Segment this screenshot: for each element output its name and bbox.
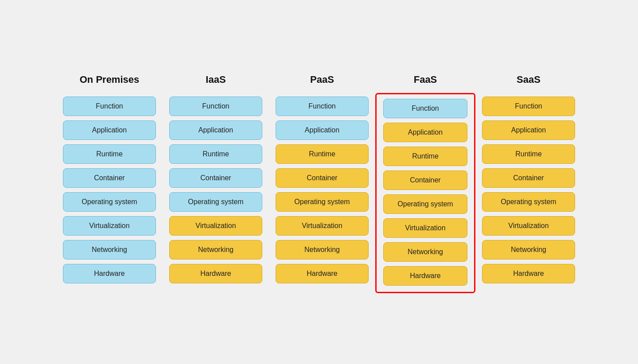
column-saas: SaaSFunctionApplicationRuntimeContainerO… bbox=[475, 71, 582, 293]
cell-function: Function bbox=[482, 97, 575, 116]
cell-container: Container bbox=[383, 170, 467, 190]
column-cells-paas: FunctionApplicationRuntimeContainerOpera… bbox=[269, 97, 375, 283]
cell-operating-system: Operating system bbox=[169, 192, 262, 212]
column-faas: FaaSFunctionApplicationRuntimeContainerO… bbox=[375, 71, 475, 293]
cell-virtualization: Virtualization bbox=[482, 216, 575, 236]
diagram-container: On PremisesFunctionApplicationRuntimeCon… bbox=[43, 53, 595, 311]
cell-virtualization: Virtualization bbox=[383, 218, 467, 238]
cell-container: Container bbox=[276, 168, 369, 188]
cell-runtime: Runtime bbox=[63, 144, 156, 164]
cell-hardware: Hardware bbox=[276, 264, 369, 283]
column-iaas: IaaSFunctionApplicationRuntimeContainerO… bbox=[163, 71, 269, 293]
cell-operating-system: Operating system bbox=[276, 192, 369, 212]
column-cells-iaas: FunctionApplicationRuntimeContainerOpera… bbox=[163, 97, 269, 283]
cell-hardware: Hardware bbox=[482, 264, 575, 283]
cell-virtualization: Virtualization bbox=[169, 216, 262, 236]
cell-application: Application bbox=[482, 120, 575, 140]
cell-function: Function bbox=[276, 97, 369, 116]
column-header-on-premises: On Premises bbox=[80, 71, 140, 89]
cell-networking: Networking bbox=[383, 242, 467, 262]
cell-hardware: Hardware bbox=[169, 264, 262, 283]
cell-hardware: Hardware bbox=[383, 266, 467, 286]
column-cells-on-premises: FunctionApplicationRuntimeContainerOpera… bbox=[56, 97, 163, 283]
cell-runtime: Runtime bbox=[169, 144, 262, 164]
cell-operating-system: Operating system bbox=[482, 192, 575, 212]
cell-virtualization: Virtualization bbox=[276, 216, 369, 236]
cell-function: Function bbox=[63, 97, 156, 116]
cell-virtualization: Virtualization bbox=[63, 216, 156, 236]
cell-operating-system: Operating system bbox=[383, 194, 467, 214]
cell-runtime: Runtime bbox=[276, 144, 369, 164]
cell-application: Application bbox=[276, 120, 369, 140]
cell-runtime: Runtime bbox=[482, 144, 575, 164]
column-header-paas: PaaS bbox=[310, 71, 334, 89]
cell-container: Container bbox=[63, 168, 156, 188]
faas-highlight-border: FunctionApplicationRuntimeContainerOpera… bbox=[375, 93, 475, 293]
cell-container: Container bbox=[482, 168, 575, 188]
column-on-premises: On PremisesFunctionApplicationRuntimeCon… bbox=[56, 71, 163, 293]
column-paas: PaaSFunctionApplicationRuntimeContainerO… bbox=[269, 71, 375, 293]
cell-networking: Networking bbox=[169, 240, 262, 259]
column-header-saas: SaaS bbox=[517, 71, 541, 89]
column-cells-saas: FunctionApplicationRuntimeContainerOpera… bbox=[475, 97, 582, 283]
column-header-iaas: IaaS bbox=[206, 71, 226, 89]
cell-container: Container bbox=[169, 168, 262, 188]
cell-networking: Networking bbox=[482, 240, 575, 259]
cell-application: Application bbox=[169, 120, 262, 140]
cell-function: Function bbox=[169, 97, 262, 116]
column-header-faas: FaaS bbox=[414, 71, 437, 89]
cell-networking: Networking bbox=[276, 240, 369, 259]
cell-networking: Networking bbox=[63, 240, 156, 259]
cell-runtime: Runtime bbox=[383, 147, 467, 166]
column-cells-faas: FunctionApplicationRuntimeContainerOpera… bbox=[377, 99, 474, 286]
cell-hardware: Hardware bbox=[63, 264, 156, 283]
cell-function: Function bbox=[383, 99, 467, 118]
cell-application: Application bbox=[63, 120, 156, 140]
cell-operating-system: Operating system bbox=[63, 192, 156, 212]
cell-application: Application bbox=[383, 123, 467, 142]
